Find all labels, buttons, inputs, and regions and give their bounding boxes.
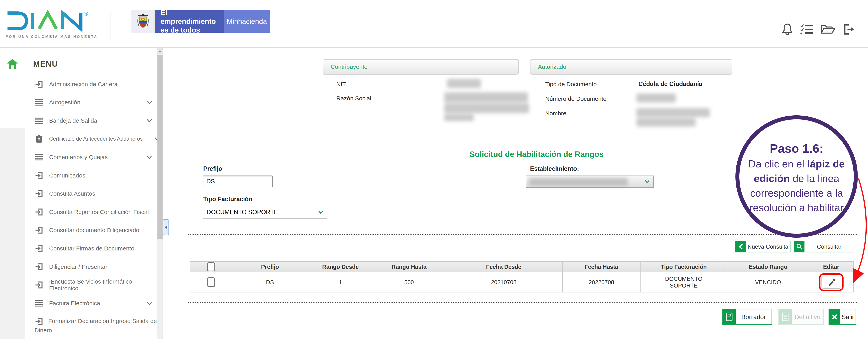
cell-tipo-facturacion: DOCUMENTO SOPORTE [640, 272, 727, 292]
table-header-row: Prefijo Rango Desde Rango Hasta Fecha De… [190, 261, 854, 272]
salir-button[interactable]: Salir [829, 309, 856, 325]
establecimiento-select[interactable] [526, 176, 654, 188]
menu-lines-icon [34, 98, 43, 107]
chevron-down-icon [318, 210, 323, 214]
chevron-down-icon [645, 180, 650, 183]
banner-slogan-line1: El emprendimiento [161, 8, 224, 26]
enter-box-icon [34, 262, 43, 271]
scrollbar-up-arrow[interactable] [157, 48, 162, 55]
red-pointer-arrow [817, 114, 868, 292]
back-chevron-icon [736, 241, 746, 252]
rangos-table: Prefijo Rango Desde Rango Hasta Fecha De… [190, 261, 854, 292]
cell-rango-hasta: 500 [373, 272, 445, 292]
sidebar-collapse-handle[interactable] [163, 219, 169, 235]
sidebar-item-bandeja-de-salida[interactable]: Bandeja de Salida [0, 112, 162, 130]
sidebar-scrollbar-thumb[interactable] [157, 55, 162, 239]
autorizado-title: Autorizado [538, 63, 566, 70]
home-icon[interactable] [7, 58, 18, 69]
contribuyente-panel-header: Contribuyente [323, 59, 519, 74]
sidebar-item-certificado-antecedentes[interactable]: Certificado de Antecedentes Aduaneros [0, 130, 162, 148]
enter-box-icon [34, 189, 43, 198]
definitivo-button[interactable]: Definitivo [778, 309, 824, 325]
government-banner: El emprendimiento es de todos Minhaciend… [131, 10, 270, 33]
sidebar-item-encuesta-servicios[interactable]: |Encuesta Servicios Informático Electrón… [0, 276, 162, 294]
dian-tagline: POR UNA COLOMBIA MÁS HONESTA [5, 35, 108, 39]
sidebar-item-label: Consultar documento Diligenciado [49, 227, 139, 234]
divider-dotted-bottom [188, 302, 857, 303]
salir-label: Salir [840, 309, 856, 325]
tipo-facturacion-value: DOCUMENTO SOPORTE [203, 209, 278, 216]
cell-rango-desde: 1 [308, 272, 373, 292]
banner-slogan-line2: es de todos [161, 26, 224, 34]
top-right-icons [782, 23, 855, 36]
enter-box-icon [34, 244, 43, 253]
nueva-consulta-label: Nueva Consulta [746, 241, 790, 252]
select-all-checkbox[interactable] [207, 262, 215, 271]
col-header-fecha-desde: Fecha Desde [445, 261, 562, 272]
table-row: DS 1 500 20210708 20220708 DOCUMENTO SOP… [190, 272, 854, 292]
search-icon [794, 241, 804, 252]
col-header-rango-desde: Rango Desde [308, 261, 373, 272]
establecimiento-label: Establecimiento: [530, 165, 579, 172]
dian-logo: ® [5, 10, 104, 33]
sidebar-item-consulta-asuntos[interactable]: Consulta Asuntos [0, 185, 162, 203]
sidebar-item-diligenciar-presentar[interactable]: Diligenciar / Presentar [0, 258, 162, 276]
chevron-down-icon [146, 301, 152, 305]
col-header-fecha-hasta: Fecha Hasta [562, 261, 640, 272]
step-text: Da clic en el [748, 158, 807, 170]
sidebar-item-label: Factura Electrónica [49, 300, 100, 307]
razon-social-label: Razón Social [336, 95, 371, 102]
sidebar-item-label: Comunicados [49, 172, 85, 179]
dian-logo-graphic: ® [5, 10, 104, 32]
nit-label: NIT [336, 81, 346, 88]
row-checkbox[interactable] [207, 277, 215, 287]
id-badge-icon [34, 134, 43, 143]
prefijo-input[interactable] [203, 176, 273, 187]
sidebar-item-label: Autogestión [49, 99, 80, 106]
cell-fecha-hasta: 20220708 [562, 272, 640, 292]
prefijo-label: Prefijo [203, 165, 222, 172]
sidebar-item-factura-electronica[interactable]: Factura Electrónica [0, 294, 162, 312]
razon-social-value-redacted [444, 114, 474, 121]
tipo-documento-label: Tipo de Documento [545, 81, 597, 88]
sidebar-item-comentarios-y-quejas[interactable]: Comentarios y Quejas [0, 148, 162, 166]
razon-social-value-redacted [444, 103, 529, 113]
colombia-coat-of-arms-icon [131, 10, 155, 33]
enter-box-icon [34, 171, 43, 180]
enter-box-icon [34, 317, 43, 326]
cell-prefijo: DS [232, 272, 308, 292]
sidebar-item-label: Formalizar Declaración Ingreso Salida de… [34, 318, 157, 334]
sidebar-item-consulta-reportes[interactable]: Consulta Reportes Conciliación Fiscal [0, 203, 162, 221]
open-folder-icon[interactable] [820, 23, 835, 35]
chevron-down-icon [146, 119, 152, 123]
checklist-document-icon [779, 309, 792, 325]
sidebar-item-autogestion[interactable]: Autogestión [0, 93, 162, 112]
banner-ministry: Minhacienda [224, 10, 270, 33]
bell-icon[interactable] [782, 23, 793, 36]
numero-documento-value-redacted [637, 93, 676, 102]
nueva-consulta-button[interactable]: Nueva Consulta [735, 241, 790, 252]
sidebar-item-label: Administración de Cartera [49, 81, 118, 88]
sidebar-item-label: Consultar Firmas de Documento [49, 245, 134, 252]
establecimiento-value-redacted [529, 178, 628, 186]
sidebar-item-administracion-de-cartera[interactable]: Administración de Cartera [0, 75, 162, 93]
autorizado-panel-header: Autorizado [530, 59, 732, 74]
sidebar-item-label: Consulta Reportes Conciliación Fiscal [49, 209, 149, 215]
sidebar-item-comunicados[interactable]: Comunicados [0, 166, 162, 185]
enter-box-icon [34, 280, 43, 289]
top-header-bar: ® POR UNA COLOMBIA MÁS HONESTA El empren… [0, 0, 868, 48]
task-list-icon[interactable] [800, 23, 813, 35]
cell-fecha-desde: 20210708 [445, 272, 562, 292]
borrador-label: Borrador [736, 309, 772, 325]
cell-estado-rango: VENCIDO [727, 272, 809, 292]
sidebar-item-consultar-documento[interactable]: Consultar documento Diligenciado [0, 221, 162, 239]
sidebar-divider [162, 48, 163, 339]
sidebar-item-label: Bandeja de Salida [49, 117, 97, 124]
definitivo-label: Definitivo [792, 309, 823, 325]
tipo-facturacion-select[interactable]: DOCUMENTO SOPORTE [203, 206, 327, 218]
borrador-button[interactable]: Borrador [722, 309, 772, 325]
sign-out-icon[interactable] [842, 23, 855, 35]
banner-slogan: El emprendimiento es de todos [155, 10, 224, 33]
sidebar-item-consultar-firmas[interactable]: Consultar Firmas de Documento [0, 239, 162, 257]
sidebar-item-formalizar-declaracion[interactable]: Formalizar Declaración Ingreso Salida de… [0, 315, 162, 335]
